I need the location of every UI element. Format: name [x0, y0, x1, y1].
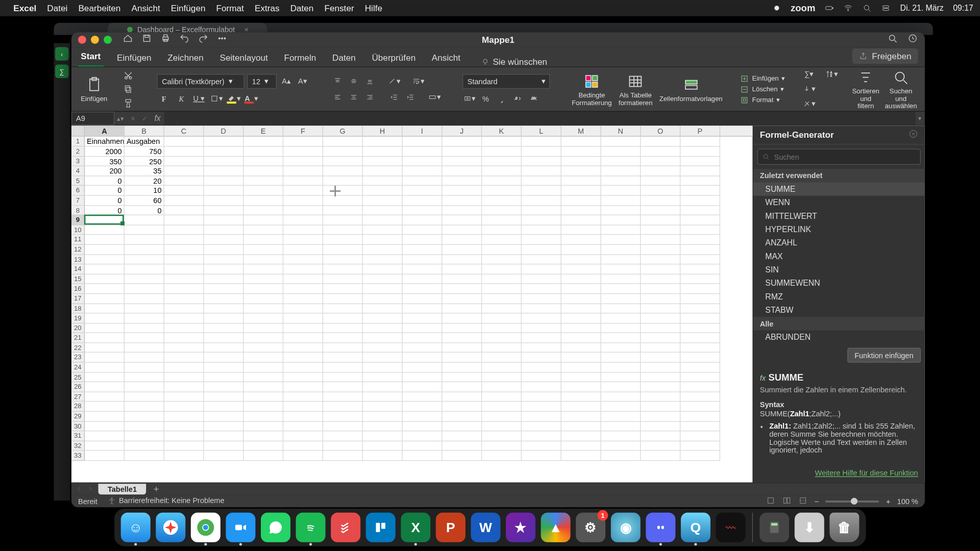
row-header[interactable]: 24: [71, 363, 85, 372]
cell[interactable]: [442, 186, 482, 195]
cell[interactable]: [442, 392, 482, 402]
cell[interactable]: [561, 206, 601, 215]
cell[interactable]: [164, 157, 204, 166]
percent-icon[interactable]: %: [479, 93, 492, 105]
cell[interactable]: [363, 274, 403, 284]
align-center-icon[interactable]: [347, 91, 360, 104]
cell[interactable]: [403, 402, 443, 412]
column-header[interactable]: F: [283, 126, 323, 136]
cell[interactable]: [85, 333, 125, 343]
cell[interactable]: [204, 314, 244, 323]
cell[interactable]: [482, 176, 522, 186]
cell[interactable]: [243, 264, 283, 274]
cell[interactable]: [403, 294, 443, 304]
cell[interactable]: [442, 146, 482, 156]
conditional-formatting-button[interactable]: Bedingte Formatierung: [572, 72, 611, 106]
font-size-select[interactable]: 12▾: [248, 74, 277, 89]
cell[interactable]: [85, 402, 125, 412]
cell[interactable]: [522, 402, 561, 412]
cell[interactable]: [522, 343, 561, 353]
cell[interactable]: [204, 146, 244, 156]
cell[interactable]: [403, 412, 443, 421]
cell[interactable]: 20: [125, 176, 164, 186]
cell[interactable]: [442, 363, 482, 372]
cell[interactable]: [323, 166, 363, 176]
cell[interactable]: [601, 382, 641, 392]
dock-calculator[interactable]: [760, 513, 789, 542]
cell[interactable]: [403, 314, 443, 323]
cell[interactable]: [601, 333, 641, 343]
spreadsheet-grid[interactable]: ABCDEFGHIJKLMNOP 12345678910111213141516…: [71, 126, 753, 483]
cell[interactable]: [561, 353, 601, 363]
cell[interactable]: [482, 421, 522, 431]
cell[interactable]: [601, 363, 641, 372]
redo-icon[interactable]: [198, 33, 209, 46]
cell[interactable]: [204, 304, 244, 313]
cell[interactable]: [522, 245, 561, 255]
shrink-font-icon[interactable]: A▾: [296, 76, 309, 88]
cell[interactable]: [283, 264, 323, 274]
align-right-icon[interactable]: [363, 91, 376, 104]
tab-ueberpruefen[interactable]: Überprüfen: [369, 48, 418, 67]
cell[interactable]: [641, 392, 680, 402]
cell[interactable]: [204, 441, 244, 451]
cell[interactable]: [283, 353, 323, 363]
cell[interactable]: [164, 333, 204, 343]
cell[interactable]: [323, 402, 363, 412]
cell[interactable]: [561, 402, 601, 412]
cell[interactable]: [323, 392, 363, 402]
cell[interactable]: 0: [85, 176, 125, 186]
undo-icon[interactable]: [179, 33, 190, 46]
cell[interactable]: [323, 432, 363, 441]
cell[interactable]: [204, 157, 244, 166]
cell[interactable]: [641, 235, 680, 245]
function-list-item[interactable]: ABRUNDEN: [753, 331, 925, 344]
view-page-layout-icon[interactable]: [782, 496, 791, 507]
cell[interactable]: [363, 255, 403, 264]
cell[interactable]: [601, 264, 641, 274]
cell[interactable]: [363, 333, 403, 343]
cell[interactable]: [680, 245, 720, 255]
cell[interactable]: [363, 363, 403, 372]
cell[interactable]: [323, 176, 363, 186]
font-name-select[interactable]: Calibri (Textkörper)▾: [157, 74, 244, 89]
cell[interactable]: [561, 421, 601, 431]
cell[interactable]: [641, 146, 680, 156]
cell[interactable]: [164, 176, 204, 186]
cell[interactable]: [601, 294, 641, 304]
fx-icon[interactable]: fx: [151, 114, 164, 123]
cell[interactable]: [482, 343, 522, 353]
cell[interactable]: [323, 215, 363, 225]
cell[interactable]: [204, 255, 244, 264]
column-header[interactable]: J: [442, 126, 482, 136]
cell[interactable]: [601, 137, 641, 146]
cell[interactable]: [283, 196, 323, 206]
cell[interactable]: [85, 412, 125, 421]
cell[interactable]: [85, 363, 125, 372]
cell[interactable]: [680, 421, 720, 431]
row-header[interactable]: 2: [71, 146, 85, 156]
cell[interactable]: [85, 421, 125, 431]
row-header[interactable]: 21: [71, 333, 85, 343]
cell[interactable]: [601, 196, 641, 206]
cell[interactable]: [641, 432, 680, 441]
cell[interactable]: [323, 157, 363, 166]
cell[interactable]: 250: [125, 157, 164, 166]
cell[interactable]: [363, 343, 403, 353]
cell[interactable]: [601, 372, 641, 382]
panel-search[interactable]: [757, 149, 921, 165]
cell[interactable]: [641, 215, 680, 225]
cell[interactable]: [561, 392, 601, 402]
cell[interactable]: [323, 353, 363, 363]
dock-powerpoint[interactable]: P: [436, 513, 465, 542]
cell[interactable]: [283, 255, 323, 264]
cell[interactable]: [641, 451, 680, 461]
merge-button[interactable]: ▾: [428, 91, 441, 104]
cell[interactable]: [243, 206, 283, 215]
row-header[interactable]: 5: [71, 176, 85, 186]
cell[interactable]: [363, 245, 403, 255]
cell[interactable]: [85, 284, 125, 294]
cell[interactable]: [641, 441, 680, 451]
cell[interactable]: [561, 441, 601, 451]
cell[interactable]: [680, 314, 720, 323]
